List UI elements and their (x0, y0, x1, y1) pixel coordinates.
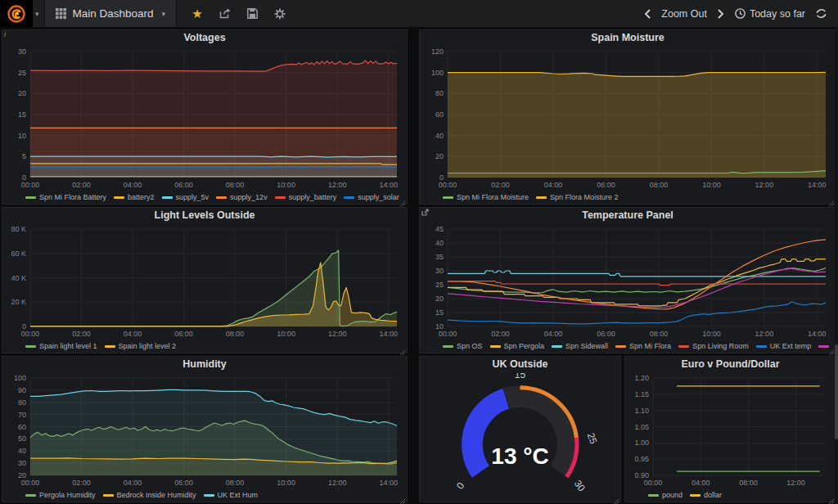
legend-series-label: supply_5v (176, 193, 210, 201)
legend-item[interactable]: pound (648, 491, 683, 499)
svg-text:10:00: 10:00 (277, 330, 295, 338)
legend-item[interactable]: dollar (690, 491, 722, 499)
panel-title[interactable]: Light Levels Outside (2, 209, 407, 224)
legend-item[interactable]: supply_12v (216, 193, 268, 201)
panel-resize-handle[interactable] (612, 493, 619, 501)
panel-resize-handle[interactable] (399, 196, 406, 203)
legend-item[interactable]: supply_5v (162, 193, 210, 201)
legend-series-label: Spn Flora Moisture 2 (550, 193, 619, 201)
gauge-tick-label: 30 (572, 478, 588, 493)
svg-text:00:00: 00:00 (21, 181, 40, 189)
svg-text:10:00: 10:00 (277, 181, 295, 189)
panel-title[interactable]: UK Outside (420, 358, 620, 373)
svg-text:90: 90 (18, 386, 26, 394)
panel-title[interactable]: Euro v Pound/Dollar (625, 358, 836, 373)
svg-text:60: 60 (18, 423, 26, 431)
legend-item[interactable]: Spn Mi Flora (615, 342, 671, 350)
time-picker-button[interactable]: Today so far (735, 8, 805, 20)
chart-canvas[interactable]: 020 K40 K60 K80 K00:0002:0004:0006:0008:… (4, 224, 405, 340)
chart-canvas[interactable]: 02040608010012000:0002:0004:0006:0008:00… (421, 47, 834, 191)
svg-text:15: 15 (18, 110, 26, 119)
svg-text:04:00: 04:00 (692, 479, 710, 487)
legend-series-label: pound (662, 491, 683, 499)
legend-item[interactable]: supply_battery (275, 193, 337, 201)
grafana-logo-button[interactable] (0, 0, 33, 27)
svg-text:08:00: 08:00 (650, 330, 669, 338)
svg-text:02:00: 02:00 (491, 330, 510, 338)
dashboard-picker[interactable]: Main Dashboard ▾ (44, 0, 178, 27)
legend-series-color (552, 345, 562, 348)
legend-item[interactable]: Spain light level 1 (25, 342, 97, 350)
svg-text:00:00: 00:00 (21, 330, 40, 338)
grafana-dashboard: ▾ Main Dashboard ▾ ★ (0, 0, 838, 504)
share-button[interactable] (219, 8, 231, 19)
legend-item[interactable]: Spn Flora Moisture 2 (536, 193, 619, 201)
svg-text:02:00: 02:00 (72, 330, 91, 338)
legend-item[interactable]: Pergola Humidity (25, 491, 96, 499)
legend-series-color (216, 196, 227, 199)
panel-resize-handle[interactable] (827, 493, 835, 501)
save-icon (247, 8, 258, 19)
shift-time-forward-button[interactable] (718, 9, 724, 19)
svg-text:10:00: 10:00 (702, 181, 721, 189)
external-link-icon[interactable] (421, 209, 429, 218)
svg-text:50: 50 (18, 434, 26, 443)
legend-item[interactable]: Spn Mi Flora Moisture (443, 193, 529, 201)
legend-series-color (690, 494, 701, 497)
svg-text:06:00: 06:00 (174, 330, 193, 338)
legend-item[interactable]: UK Ext temp (756, 342, 812, 350)
legend-item[interactable]: Spn Pergola (490, 342, 545, 350)
legend-series-label: UK Ext Hum (218, 491, 259, 499)
svg-text:1.05: 1.05 (634, 423, 649, 431)
refresh-button[interactable] (816, 8, 827, 19)
panel-resize-handle[interactable] (399, 493, 406, 501)
svg-text:1.15: 1.15 (634, 390, 649, 398)
chart-canvas[interactable]: 05101520253000:0002:0004:0006:0008:0010:… (4, 47, 405, 191)
svg-text:12:00: 12:00 (328, 181, 347, 189)
page-scrollbar[interactable] (835, 27, 838, 504)
legend-series-color (25, 345, 36, 348)
svg-text:00:00: 00:00 (644, 479, 663, 487)
time-controls: Zoom Out Today so far (644, 8, 838, 20)
legend-item[interactable]: Spn Sidewall (552, 342, 608, 350)
chart-canvas[interactable]: 203040506070809010000:0002:0004:0006:000… (4, 373, 405, 488)
svg-text:02:00: 02:00 (72, 181, 91, 189)
legend-series-color (25, 196, 36, 199)
legend-item[interactable]: Spn OS (443, 342, 483, 350)
legend-item[interactable]: battery2 (114, 193, 155, 201)
settings-button[interactable] (274, 8, 286, 20)
panel-title[interactable]: Voltages (2, 32, 407, 47)
panel-resize-handle[interactable] (827, 196, 835, 203)
chevron-right-icon (718, 9, 724, 19)
panel-resize-handle[interactable] (399, 344, 406, 352)
chart-canvas[interactable]: 101520253035404500:0002:0004:0006:0008:0… (421, 224, 834, 340)
legend-item[interactable]: Spain light level 2 (105, 342, 177, 350)
svg-text:14:00: 14:00 (808, 330, 827, 338)
panel-title[interactable]: Humidity (2, 358, 407, 373)
top-navbar: ▾ Main Dashboard ▾ ★ (0, 0, 838, 27)
legend-series-label: Spain light level 2 (119, 342, 177, 350)
panel-title[interactable]: Temperature Panel (420, 209, 836, 224)
chart-legend: Spn OSSpn PergolaSpn SidewallSpn Mi Flor… (443, 340, 832, 352)
svg-text:08:00: 08:00 (226, 330, 245, 338)
caret-down-icon[interactable]: ▾ (35, 10, 39, 18)
legend-series-color (443, 345, 453, 348)
svg-text:12:00: 12:00 (786, 479, 805, 487)
legend-item[interactable]: Spn Living Room (678, 342, 749, 350)
chart-canvas[interactable]: 0.900.951.001.051.101.151.2000:0004:0008… (627, 373, 834, 488)
zoom-out-button[interactable]: Zoom Out (661, 8, 707, 20)
legend-item[interactable]: Spn Mi Flora Battery (25, 193, 106, 201)
svg-text:02:00: 02:00 (491, 181, 510, 189)
clock-icon (735, 8, 746, 19)
legend-item[interactable]: Bedrock Inside Humidity (103, 491, 196, 499)
legend-item[interactable]: UK Ext Hum (204, 491, 259, 499)
shift-time-back-button[interactable] (644, 9, 651, 19)
star-button[interactable]: ★ (191, 7, 202, 20)
save-button[interactable] (247, 8, 258, 19)
chart-legend: pounddollar (648, 489, 832, 501)
panel-resize-handle[interactable] (827, 344, 835, 352)
panel-title[interactable]: Spain Moisture (420, 32, 836, 47)
legend-item[interactable]: supply_solar (344, 193, 399, 201)
info-icon[interactable]: i (4, 31, 6, 38)
svg-text:60 K: 60 K (11, 250, 26, 258)
